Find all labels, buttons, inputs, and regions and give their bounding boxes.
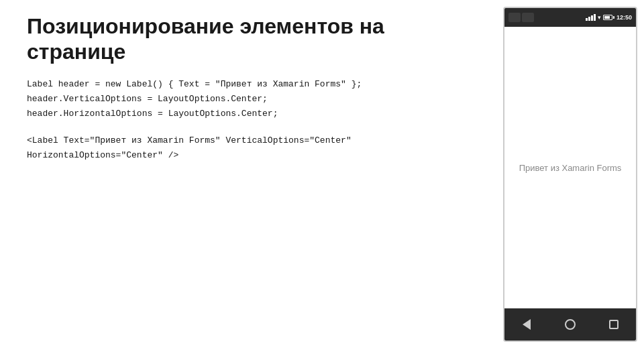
back-icon xyxy=(523,319,531,330)
phone-nav-bar xyxy=(504,308,636,341)
status-time: 12:50 xyxy=(616,14,632,21)
page-container: Позиционирование элементов на странице L… xyxy=(0,0,644,362)
phone-mockup: ▾ 12:50 Привет из Xamarin Forms xyxy=(503,7,637,342)
phone-screen: Привет из Xamarin Forms xyxy=(504,27,636,308)
phone-label: Привет из Xamarin Forms xyxy=(519,163,622,173)
battery-body xyxy=(603,15,612,20)
code-line-2: header.VerticalOptions = LayoutOptions.C… xyxy=(27,92,476,107)
status-icon-2 xyxy=(522,13,534,22)
xml-code-block: <Label Text="Привет из Xamarin Forms" Ve… xyxy=(27,133,476,163)
nav-back-button[interactable] xyxy=(513,311,540,338)
status-left-icons xyxy=(508,13,534,22)
phone-status-bar: ▾ 12:50 xyxy=(504,8,636,27)
signal-bar-1 xyxy=(586,18,588,21)
content-area: Позиционирование элементов на странице L… xyxy=(0,0,496,362)
code-line-1: Label header = new Label() { Text = "При… xyxy=(27,77,476,92)
recent-icon xyxy=(609,320,619,329)
phone-area: ▾ 12:50 Привет из Xamarin Forms xyxy=(496,0,644,362)
signal-bar-4 xyxy=(594,14,596,21)
signal-bars-icon xyxy=(586,14,596,21)
nav-home-button[interactable] xyxy=(557,311,584,338)
battery-fill xyxy=(604,16,610,19)
xml-line-1: <Label Text="Привет из Xamarin Forms" Ve… xyxy=(27,133,476,148)
battery-tip xyxy=(613,16,614,19)
code-line-3: header.HorizontalOptions = LayoutOptions… xyxy=(27,107,476,121)
battery-icon xyxy=(603,15,614,20)
wifi-icon: ▾ xyxy=(598,14,601,21)
home-icon xyxy=(565,319,576,330)
page-title: Позиционирование элементов на странице xyxy=(27,13,476,65)
status-right-area: ▾ 12:50 xyxy=(586,14,632,21)
status-icon-1 xyxy=(508,13,521,22)
signal-bar-3 xyxy=(591,15,593,21)
xml-line-2: HorizontalOptions="Center" /> xyxy=(27,148,476,163)
nav-recent-button[interactable] xyxy=(600,311,627,338)
signal-bar-2 xyxy=(588,17,590,21)
csharp-code-block: Label header = new Label() { Text = "При… xyxy=(27,77,476,121)
